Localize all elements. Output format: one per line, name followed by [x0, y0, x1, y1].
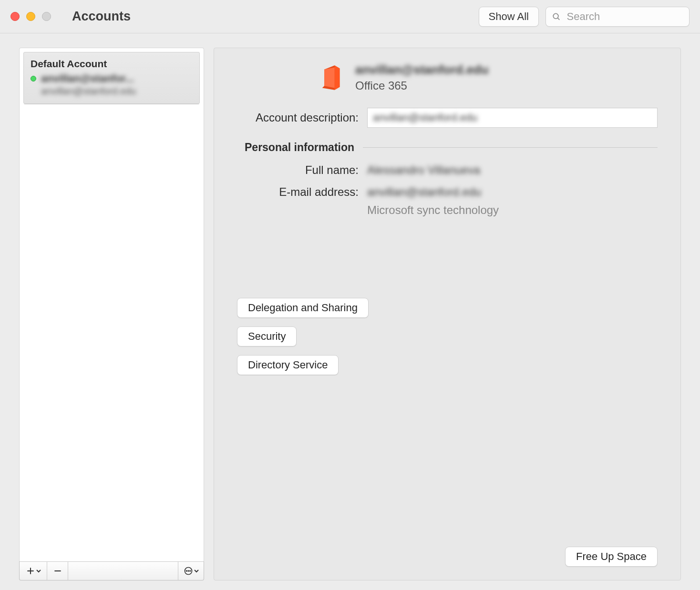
more-icon: [184, 566, 193, 576]
account-description-label: Account description:: [237, 111, 359, 124]
email-address-value: anvillan@stanford.edu: [367, 185, 481, 198]
status-dot-icon: [31, 76, 36, 81]
account-name-secondary: anvillan@stanford.edu: [41, 86, 193, 97]
more-actions-button[interactable]: [178, 562, 204, 580]
add-account-button[interactable]: [20, 562, 47, 580]
full-name-value: Alessandro Villanueva: [367, 163, 480, 176]
free-up-space-button[interactable]: Free Up Space: [565, 547, 658, 567]
account-list-item[interactable]: Default Account anvillan@stanfor... anvi…: [23, 52, 200, 104]
account-name-primary: anvillan@stanfor...: [41, 72, 134, 85]
search-input[interactable]: [566, 10, 683, 23]
zoom-window-button[interactable]: [42, 12, 51, 21]
default-account-label: Default Account: [31, 58, 193, 70]
svg-point-7: [188, 570, 189, 571]
minus-icon: [53, 566, 62, 576]
account-detail-panel: anvillan@stanford.edu Office 365 Account…: [214, 48, 681, 580]
full-name-label: Full name:: [237, 163, 359, 177]
plus-icon: [26, 566, 35, 576]
sidebar-toolbar: [19, 561, 204, 580]
sync-technology-note: Microsoft sync technology: [367, 203, 658, 217]
directory-service-button[interactable]: Directory Service: [237, 355, 339, 375]
svg-point-0: [553, 13, 558, 19]
account-email-header: anvillan@stanford.edu: [355, 62, 489, 77]
svg-point-6: [186, 570, 187, 571]
show-all-button[interactable]: Show All: [479, 7, 539, 27]
email-address-label: E-mail address:: [237, 185, 359, 199]
chevron-down-icon: [36, 569, 41, 573]
delegation-sharing-button[interactable]: Delegation and Sharing: [237, 298, 369, 318]
personal-info-section-title: Personal information: [245, 141, 354, 154]
search-field-container[interactable]: [546, 7, 690, 27]
accounts-sidebar: Default Account anvillan@stanfor... anvi…: [19, 48, 204, 561]
svg-point-8: [189, 570, 190, 571]
search-icon: [552, 11, 561, 22]
chevron-down-icon: [194, 569, 199, 573]
remove-account-button[interactable]: [47, 562, 68, 580]
office-logo-icon: [318, 64, 343, 91]
section-divider: [363, 147, 658, 148]
minimize-window-button[interactable]: [26, 12, 35, 21]
close-window-button[interactable]: [10, 12, 20, 21]
account-description-value: anvillan@stanford.edu: [373, 112, 477, 124]
traffic-lights: [10, 12, 51, 21]
toolbar-spacer: [68, 562, 178, 580]
account-type-label: Office 365: [355, 79, 489, 92]
window-title: Accounts: [72, 9, 131, 24]
security-button[interactable]: Security: [237, 326, 297, 346]
svg-line-1: [557, 18, 559, 20]
titlebar: Accounts Show All: [0, 0, 700, 33]
